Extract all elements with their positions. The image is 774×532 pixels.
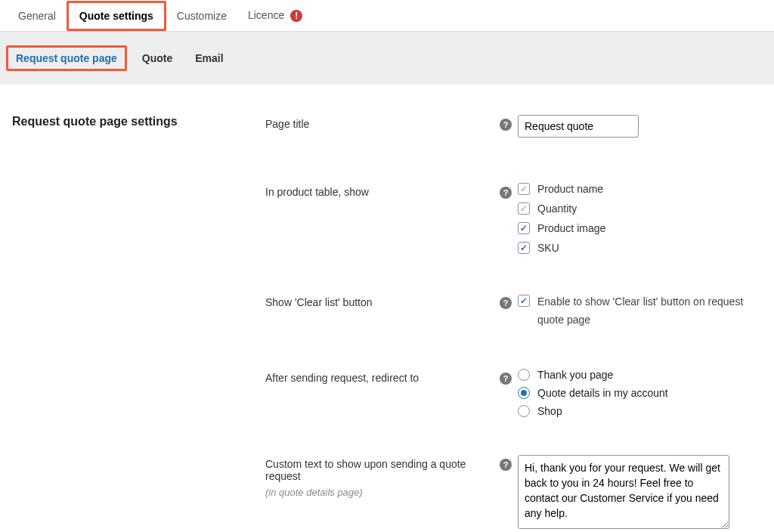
radio-shop[interactable]: [518, 405, 530, 417]
subtab-request-quote-page[interactable]: Request quote page: [6, 45, 127, 71]
sub-tabs: Request quote page Quote Email: [0, 32, 774, 85]
checkbox-label: Product image: [537, 222, 605, 234]
tab-general[interactable]: General: [8, 1, 67, 31]
tab-quote-settings[interactable]: Quote settings: [67, 1, 166, 31]
checkbox-product-name[interactable]: [518, 183, 530, 195]
page-title-input[interactable]: [518, 115, 639, 138]
radio-thank-you[interactable]: [518, 369, 530, 381]
settings-content: Request quote page settings Page title ?…: [0, 85, 774, 532]
checkbox-desc: Enable to show 'Clear list' button on re…: [537, 293, 762, 329]
section-title: Request quote page settings: [12, 115, 265, 128]
checkbox-label: SKU: [537, 242, 559, 254]
field-sublabel-custom-text: (in quote details page): [265, 487, 500, 498]
help-icon[interactable]: ?: [500, 373, 512, 385]
checkbox-sku[interactable]: [518, 242, 530, 254]
radio-label: Shop: [537, 405, 562, 417]
help-icon[interactable]: ?: [500, 119, 512, 131]
tab-licence[interactable]: Licence !: [237, 0, 313, 31]
subtab-email[interactable]: Email: [187, 48, 231, 69]
tab-customize[interactable]: Customize: [166, 1, 237, 31]
checkbox-clear-list[interactable]: [518, 295, 530, 307]
field-label-custom-text: Custom text to show upon sending a quote…: [265, 458, 466, 482]
field-label-page-title: Page title: [265, 115, 500, 130]
radio-quote-details[interactable]: [518, 387, 530, 399]
help-icon[interactable]: ?: [500, 459, 512, 471]
radio-label: Thank you page: [537, 369, 613, 381]
field-label-clear-list: Show 'Clear list' button: [265, 293, 500, 308]
main-tabs: General Quote settings Customize Licence…: [0, 0, 774, 32]
help-icon[interactable]: ?: [500, 297, 512, 309]
custom-text-textarea[interactable]: [518, 455, 729, 529]
alert-icon: !: [290, 10, 302, 22]
tab-licence-label: Licence: [248, 9, 284, 21]
help-icon[interactable]: ?: [500, 187, 512, 199]
checkbox-quantity[interactable]: [518, 203, 530, 215]
checkbox-product-image[interactable]: [518, 222, 530, 234]
radio-label: Quote details in my account: [537, 387, 668, 399]
checkbox-label: Quantity: [537, 203, 577, 215]
field-label-redirect: After sending request, redirect to: [265, 369, 500, 384]
checkbox-label: Product name: [537, 183, 603, 195]
field-label-product-table: In product table, show: [265, 183, 500, 198]
subtab-quote[interactable]: Quote: [135, 48, 180, 69]
